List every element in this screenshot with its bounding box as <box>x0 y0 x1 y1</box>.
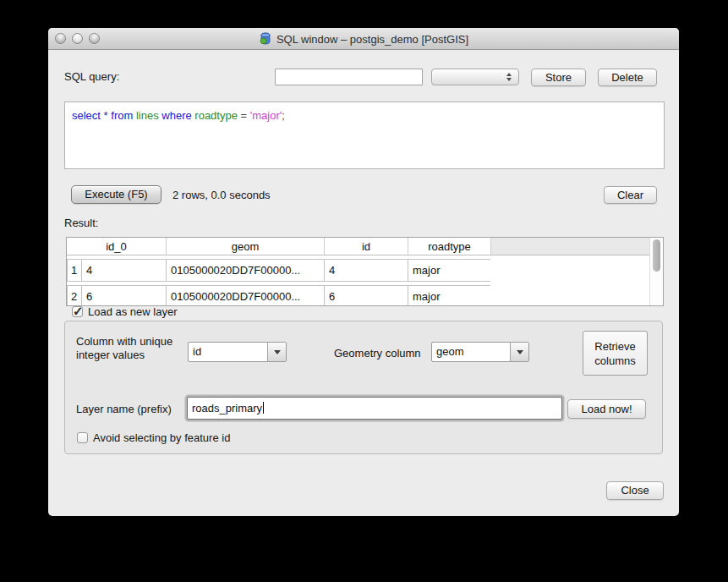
load-as-new-layer-checkbox[interactable] <box>72 306 83 317</box>
result-table[interactable]: id_0 geom id roadtype 140105000020DD7F00… <box>66 237 664 306</box>
table-cell[interactable]: 0105000020DD7F00000... <box>166 259 325 282</box>
table-cell[interactable]: 4 <box>324 259 408 282</box>
table-row[interactable]: 140105000020DD7F00000...4major <box>67 259 663 282</box>
column-header-id_0[interactable]: id_0 <box>67 238 167 255</box>
layer-name-input[interactable]: roads_primary <box>187 397 562 420</box>
popup-arrows-icon <box>506 73 512 81</box>
database-icon <box>259 32 272 46</box>
query-status-text: 2 rows, 0.0 seconds <box>172 189 271 201</box>
retrieve-columns-button[interactable]: Retrieve columns <box>583 331 648 376</box>
geometry-column-combobox[interactable]: geom <box>431 342 529 362</box>
table-cell[interactable]: 0105000020DD7F00000... <box>166 285 325 306</box>
sql-editor-text: select * from lines where roadtype = 'ma… <box>72 109 664 122</box>
chevron-down-icon[interactable] <box>267 343 286 361</box>
geometry-column-value: geom <box>436 345 464 358</box>
load-as-new-layer-label: Load as new layer <box>88 305 178 318</box>
column-header-id[interactable]: id <box>325 238 408 255</box>
geometry-column-label: Geometry column <box>334 347 421 360</box>
unique-column-value: id <box>193 345 201 358</box>
window-content: SQL query: Store Delete select * from li… <box>48 50 679 516</box>
store-button[interactable]: Store <box>531 69 586 86</box>
clear-button[interactable]: Clear <box>604 186 657 204</box>
table-cell[interactable]: major <box>408 285 491 306</box>
table-cell[interactable]: 1 <box>67 259 82 282</box>
column-header-roadtype[interactable]: roadtype <box>408 238 491 255</box>
window-title: SQL window – postgis_demo [PostGIS] <box>276 33 468 46</box>
titlebar[interactable]: SQL window – postgis_demo [PostGIS] <box>48 28 679 50</box>
result-table-body: 140105000020DD7F00000...4major2601050000… <box>67 259 663 306</box>
load-options-groupbox: Column with unique integer values id Geo… <box>64 321 663 454</box>
result-table-header[interactable]: id_0 geom id roadtype <box>67 238 663 255</box>
execute-button[interactable]: Execute (F5) <box>71 185 161 204</box>
sql-window: SQL window – postgis_demo [PostGIS] SQL … <box>48 28 679 516</box>
layer-name-label: Layer name (prefix) <box>76 403 172 415</box>
load-as-new-layer-option[interactable]: Load as new layer <box>72 305 178 318</box>
table-cell[interactable]: 4 <box>81 259 167 282</box>
close-button[interactable]: Close <box>606 481 664 500</box>
column-header-geom[interactable]: geom <box>167 238 325 255</box>
unique-column-label: Column with unique integer values <box>76 335 191 362</box>
table-row[interactable]: 260105000020DD7F00000...6major <box>67 285 663 306</box>
table-cell[interactable]: 6 <box>324 285 408 306</box>
query-name-input[interactable] <box>275 69 423 85</box>
sql-editor[interactable]: select * from lines where roadtype = 'ma… <box>64 102 665 169</box>
column-header-filler <box>491 238 663 255</box>
table-cell[interactable]: major <box>408 259 491 282</box>
avoid-selecting-checkbox[interactable] <box>77 432 88 443</box>
load-now-button[interactable]: Load now! <box>567 399 646 419</box>
avoid-selecting-label: Avoid selecting by feature id <box>93 431 230 444</box>
unique-column-combobox[interactable]: id <box>188 342 287 362</box>
stored-query-select[interactable] <box>431 69 519 85</box>
table-row-filler <box>490 285 663 306</box>
table-row-filler <box>490 259 663 282</box>
delete-button[interactable]: Delete <box>598 69 657 86</box>
result-label: Result: <box>64 217 98 229</box>
layer-name-value: roads_primary <box>192 402 262 415</box>
scrollbar-thumb[interactable] <box>653 239 660 272</box>
avoid-selecting-option[interactable]: Avoid selecting by feature id <box>77 431 230 444</box>
text-cursor <box>263 402 264 414</box>
title-area: SQL window – postgis_demo [PostGIS] <box>48 28 679 50</box>
sql-query-label: SQL query: <box>64 70 119 83</box>
table-vertical-scrollbar[interactable] <box>649 238 663 305</box>
chevron-down-icon[interactable] <box>510 343 528 361</box>
table-cell[interactable]: 6 <box>81 285 167 306</box>
